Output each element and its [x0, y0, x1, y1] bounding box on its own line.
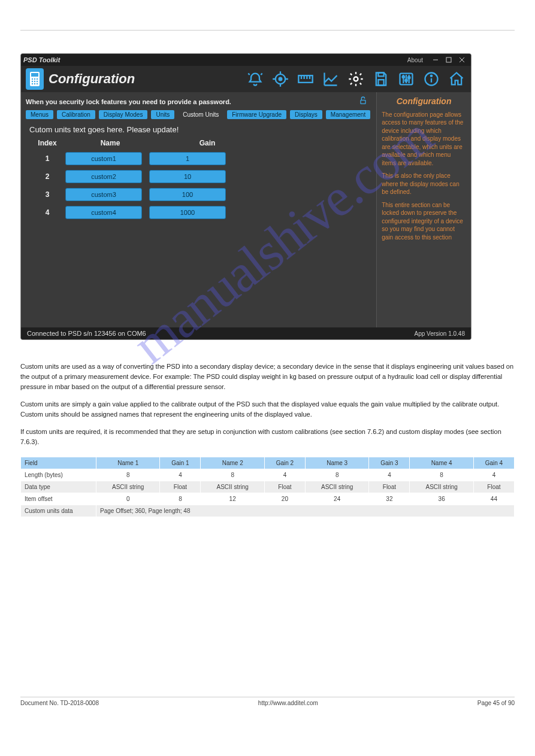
home-icon[interactable] [447, 69, 466, 89]
spec-cell: 8 [410, 469, 473, 481]
name-field[interactable]: custom4 [65, 206, 142, 219]
row-index: 2 [29, 172, 65, 181]
tab-management[interactable]: Management [326, 110, 370, 119]
tab-custom-units[interactable]: Custom Units [178, 110, 223, 119]
spec-cell: 4 [473, 469, 514, 481]
spec-cell: 4 [264, 469, 305, 481]
spec-caption: Page Offset; 360, Page length; 48 [96, 505, 515, 517]
col-index: Index [29, 139, 65, 147]
ruler-icon[interactable] [296, 69, 315, 89]
sidebar-p1: The configuration page allows access to … [382, 111, 466, 168]
footer-rule [20, 697, 515, 697]
spec-header: Gain 2 [264, 457, 305, 469]
spec-cell: ASCII string [96, 481, 160, 493]
subtitle: Cutom units text goes here. Please updat… [29, 125, 370, 134]
spec-cell: 24 [305, 493, 368, 505]
spec-cell: Float [473, 481, 514, 493]
minimize-icon[interactable] [429, 54, 442, 66]
custom-units-table: Index Name Gain 1 custom1 1 2 custom2 10 [29, 139, 370, 224]
row-index: 4 [29, 208, 65, 217]
spec-cell: 36 [410, 493, 473, 505]
top-rule [20, 30, 515, 31]
svg-point-35 [408, 77, 410, 79]
svg-point-13 [34, 83, 35, 84]
gain-field[interactable]: 100 [149, 188, 226, 201]
tab-units[interactable]: Units [151, 110, 174, 119]
maximize-icon[interactable] [442, 54, 455, 66]
topbar: Configuration [21, 66, 471, 92]
svg-point-16 [279, 78, 282, 81]
sidebar-p2: This is also the only place where the di… [382, 172, 466, 196]
lock-icon[interactable] [358, 96, 368, 108]
doc-text: Custom units are used as a way of conver… [20, 362, 515, 447]
svg-point-6 [32, 78, 33, 80]
spec-cell: Data type [21, 481, 96, 493]
gear-icon[interactable] [346, 69, 365, 89]
alarm-icon[interactable] [246, 69, 265, 89]
about-link[interactable]: About [407, 57, 423, 63]
tab-displays[interactable]: Displays [290, 110, 322, 119]
help-sidebar: Configuration The configuration page all… [376, 92, 471, 327]
status-right: App Version 1.0.48 [414, 330, 465, 337]
name-field[interactable]: custom3 [65, 188, 142, 201]
spec-header: Name 4 [410, 457, 473, 469]
svg-point-26 [354, 77, 358, 81]
page-title: Configuration [49, 71, 135, 87]
statusbar: Connected to PSD s/n 123456 on COM6 App … [21, 327, 471, 339]
sidebar-title: Configuration [382, 96, 466, 107]
spec-header: Gain 1 [160, 457, 201, 469]
tab-display-modes[interactable]: Display Modes [99, 110, 148, 119]
spec-cell: 12 [201, 493, 264, 505]
close-icon[interactable] [455, 54, 468, 66]
info-icon[interactable] [422, 69, 441, 89]
chart-icon[interactable] [321, 69, 340, 89]
titlebar: PSD Toolkit About [21, 54, 471, 66]
main-panel: When you security lock features you need… [21, 92, 376, 327]
spec-cell: Float [160, 481, 201, 493]
sidebar-p3: This entire section can be locked down t… [382, 201, 466, 242]
spec-cell: 8 [305, 469, 368, 481]
name-field[interactable]: custom1 [65, 152, 142, 165]
svg-point-10 [34, 81, 35, 82]
spec-header: Field [21, 457, 96, 469]
target-icon[interactable] [271, 69, 290, 89]
spec-header: Name 2 [201, 457, 264, 469]
spec-cell: ASCII string [410, 481, 473, 493]
spec-header: Gain 4 [473, 457, 514, 469]
svg-point-14 [37, 83, 38, 84]
spec-header: Name 3 [305, 457, 368, 469]
gain-field[interactable]: 1 [149, 152, 226, 165]
table-row: 2 custom2 10 [29, 170, 370, 183]
sliders-icon[interactable] [397, 69, 416, 89]
svg-point-9 [32, 81, 33, 82]
gain-field[interactable]: 1000 [149, 206, 226, 219]
tab-calibration[interactable]: Calibration [57, 110, 95, 119]
spec-cell: 4 [160, 469, 201, 481]
lock-message: When you security lock features you need… [26, 98, 358, 105]
svg-rect-1 [446, 57, 451, 62]
svg-rect-28 [378, 80, 383, 85]
gain-field[interactable]: 10 [149, 170, 226, 183]
tab-menus[interactable]: Menus [26, 110, 53, 119]
spec-cell: 8 [96, 469, 160, 481]
spec-cell: Length (bytes) [21, 469, 96, 481]
footer-right: Page 45 of 90 [477, 700, 515, 706]
spec-header: Gain 3 [369, 457, 410, 469]
spec-cell: 8 [160, 493, 201, 505]
col-gain: Gain [162, 139, 252, 147]
save-icon[interactable] [371, 69, 391, 89]
svg-rect-39 [361, 100, 365, 104]
svg-rect-27 [378, 73, 383, 77]
paragraph: Custom units are simply a gain value app… [20, 399, 515, 420]
table-row: 4 custom4 1000 [29, 206, 370, 219]
svg-point-38 [431, 75, 432, 77]
paragraph: Custom units are used as a way of conver… [20, 362, 515, 392]
spec-cell: 0 [96, 493, 160, 505]
row-index: 3 [29, 190, 65, 199]
spec-caption-label: Custom units data [21, 505, 96, 517]
spec-cell: 32 [369, 493, 410, 505]
name-field[interactable]: custom2 [65, 170, 142, 183]
spec-cell: 44 [473, 493, 514, 505]
table-row: 1 custom1 1 [29, 152, 370, 165]
tab-firmware-upgrade[interactable]: Firmware Upgrade [227, 110, 286, 119]
